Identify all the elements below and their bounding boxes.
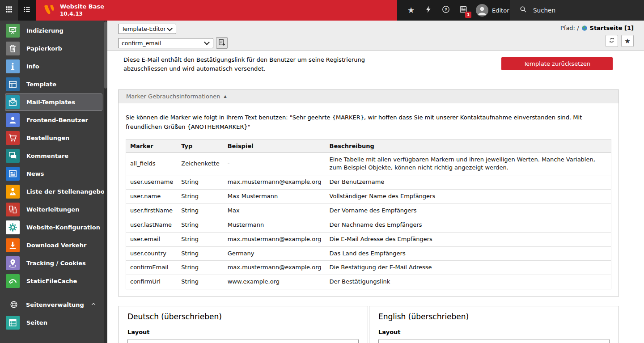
app-brand[interactable]: Website Base 10.4.13 <box>36 0 397 21</box>
app-root: Website Base 10.4.13 ★ ? 1 Editor Suchen… <box>0 0 644 343</box>
modules-grid-button[interactable] <box>0 0 18 21</box>
sidebar-item-liste-der-stellenangebote[interactable]: Liste der Stellenangebote <box>5 183 102 200</box>
topbar-tools: ★ ? 1 Editor <box>397 0 510 21</box>
cell-beispiel: Mustermann <box>224 218 326 232</box>
cell-beschreibung: Vollständiger Name des Empfängers <box>326 190 611 204</box>
mail-template-icon <box>6 95 20 109</box>
sidebar-item-staticfilecache[interactable]: StaticFileCache <box>5 272 102 290</box>
info-icon <box>6 59 20 73</box>
column-header-beschreibung: Beschreibung <box>326 139 611 152</box>
main-area: Template-Editor confirm_email Pfad: / St… <box>107 21 644 343</box>
search-label: Suchen <box>533 7 555 14</box>
star-icon: ★ <box>624 38 630 44</box>
sidebar-item-label: Download Verkehr <box>26 242 86 249</box>
sidebar-item-label: Website-Konfiguration <box>26 224 100 231</box>
notification-badge: 1 <box>465 12 471 18</box>
gauge-icon <box>6 274 20 288</box>
new-record-icon <box>218 38 226 48</box>
cell-beschreibung: Die Bestätigung der E-Mail Adresse <box>326 261 611 275</box>
help-button[interactable]: ? <box>441 5 451 15</box>
avatar <box>476 4 488 17</box>
cell-typ: String <box>177 190 223 204</box>
globe-icon <box>9 300 18 309</box>
sidebar-scrollbar[interactable] <box>104 21 107 343</box>
chevron-up-icon <box>90 301 97 309</box>
docheader-left: Template-Editor confirm_email <box>118 24 228 49</box>
cell-typ: String <box>177 203 223 218</box>
sidebar-item-weiterleitungen[interactable]: Weiterleitungen <box>5 201 102 218</box>
path-label: Pfad: / <box>560 25 579 31</box>
sidebar-scrollbar-thumb[interactable] <box>104 21 107 89</box>
search-icon <box>519 5 527 15</box>
sidebar-item-news[interactable]: News <box>5 165 102 182</box>
trash-icon <box>6 42 20 55</box>
app-title: Website Base 10.4.13 <box>60 3 104 17</box>
sidebar-item-seiten[interactable]: Seiten <box>5 314 102 331</box>
sidebar-item-info[interactable]: Info <box>5 58 102 75</box>
cell-typ: String <box>177 246 223 261</box>
bookmarks-button[interactable]: ★ <box>406 5 416 15</box>
table-row: user.usernameStringmax.mustermann@exampl… <box>126 175 611 190</box>
sidebar-section-seitenverwaltung[interactable]: Seitenverwaltung <box>0 296 107 313</box>
docheader-right: Pfad: / Startseite [1] ★ <box>560 25 634 47</box>
cell-beispiel: max.mustermann@example.org <box>224 175 326 190</box>
marker-table: Marker Typ Beispiel Beschreibung all_fie… <box>126 139 611 289</box>
sidebar-item-label: Frontend-Benutzer <box>26 117 88 123</box>
topbar-search[interactable]: Suchen <box>510 0 644 21</box>
bookmark-button[interactable]: ★ <box>621 35 634 47</box>
system-information-button[interactable]: 1 <box>458 5 468 15</box>
module-list: IndizierungPapierkorbInfoTemplateMail-Te… <box>0 22 107 290</box>
reload-button[interactable] <box>606 35 618 47</box>
sidebar-item-label: Bestellungen <box>26 135 69 141</box>
docheader: Template-Editor confirm_email Pfad: / St… <box>107 21 644 51</box>
cart-icon <box>6 131 20 145</box>
table-row: confirmUrlStringwww.example.orgDer Bestä… <box>126 275 611 289</box>
sidebar-item-template[interactable]: Template <box>5 76 102 93</box>
user-menu[interactable]: Editor <box>476 4 509 17</box>
marker-info-panel-header[interactable]: Marker Gebrauchsinformationen ▲ <box>119 89 619 103</box>
cell-typ: String <box>177 232 223 246</box>
sidebar-item-tracking-cookies[interactable]: Tracking / Cookies <box>5 254 102 272</box>
sidebar-item-indizierung[interactable]: Indizierung <box>5 22 102 39</box>
cell-beispiel: Max <box>224 203 326 218</box>
template-description: Diese E-Mail enthält den Bestätigungslin… <box>123 55 369 73</box>
user-icon <box>6 113 20 127</box>
presentation-chart-icon <box>6 24 20 38</box>
cell-typ: String <box>177 275 223 289</box>
module-function-select[interactable]: Template-Editor <box>118 24 176 34</box>
sidebar-item-website-konfiguration[interactable]: Website-Konfiguration <box>5 219 102 236</box>
sidebar-item-papierkorb[interactable]: Papierkorb <box>5 40 102 57</box>
topbar: Website Base 10.4.13 ★ ? 1 Editor Suchen <box>0 0 644 21</box>
cell-beispiel: www.example.org <box>224 275 326 289</box>
section-module-list: Seiten <box>0 314 107 331</box>
sidebar-item-kommentare[interactable]: Kommentare <box>5 147 102 165</box>
svg-text:?: ? <box>445 7 447 12</box>
cell-beschreibung: Der Vorname des Empfängers <box>326 203 611 218</box>
pagetree-toggle-button[interactable] <box>18 0 36 21</box>
marker-info-panel-body: Sie können die Marker wie folgt in Ihrem… <box>119 103 619 296</box>
cell-typ: String <box>177 175 223 190</box>
column-header-beispiel: Beispiel <box>224 139 326 152</box>
reset-template-button[interactable]: Template zurücksetzen <box>501 57 613 70</box>
sidebar-item-frontend-benutzer[interactable]: Frontend-Benutzer <box>5 111 102 129</box>
sidebar-item-bestellungen[interactable]: Bestellungen <box>5 129 102 147</box>
sidebar-item-download-verkehr[interactable]: Download Verkehr <box>5 237 102 254</box>
clear-cache-button[interactable] <box>424 5 433 15</box>
cell-marker: user.firstName <box>126 203 178 218</box>
sidebar-item-label: Kommentare <box>26 152 68 159</box>
table-row: confirmEmailStringmax.mustermann@example… <box>126 261 611 275</box>
cell-beschreibung: Der Nachname des Empfängers <box>326 218 611 232</box>
template-select[interactable]: confirm_email <box>118 38 213 48</box>
refresh-icon <box>608 37 615 45</box>
layout-select-deutsch[interactable]: Standard <box>127 339 359 343</box>
table-row: user.emailStringmax.mustermann@example.o… <box>126 232 611 246</box>
new-template-button[interactable] <box>216 37 228 49</box>
cell-beispiel: Max Mustermann <box>224 190 326 204</box>
redirects-icon <box>6 203 20 216</box>
sidebar-item-mail-templates[interactable]: Mail-Templates <box>5 93 102 111</box>
star-icon: ★ <box>407 6 415 14</box>
cell-beschreibung: Die E-Mail Adresse des Empfängers <box>326 232 611 246</box>
page-title: Startseite [1] <box>590 25 634 31</box>
layout-select-english[interactable]: Standard <box>378 339 610 343</box>
table-row: all_fieldsZeichenkette-Eine Tabelle mit … <box>126 152 611 175</box>
